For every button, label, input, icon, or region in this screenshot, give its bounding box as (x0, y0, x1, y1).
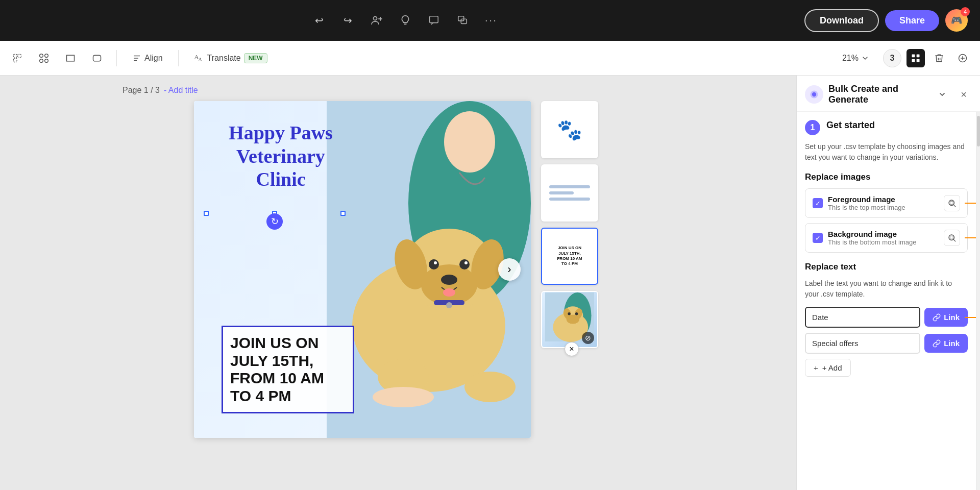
comment-button[interactable] (424, 10, 444, 31)
svg-point-29 (444, 111, 495, 173)
handle-mr[interactable] (340, 211, 346, 216)
thumb-line-1 (549, 185, 590, 188)
special-offers-input[interactable] (805, 333, 920, 354)
foreground-search-button[interactable] (944, 195, 960, 211)
panel-close-button[interactable]: × (955, 86, 972, 103)
svg-rect-23 (917, 59, 920, 62)
svg-rect-20 (912, 54, 915, 57)
panel-header: Bulk Create and Generate × (797, 76, 980, 112)
add-icon (958, 53, 968, 63)
date-row: Link (805, 307, 968, 328)
page-num-label: 3 (890, 54, 895, 63)
elements-button[interactable] (35, 49, 53, 67)
svg-point-42 (464, 372, 516, 402)
svg-point-12 (45, 59, 48, 62)
thumb-line-3 (549, 198, 590, 201)
zoom-control[interactable]: 21% (836, 51, 875, 66)
redo-button[interactable]: ↪ (338, 10, 358, 31)
panel-scroll[interactable]: 1 Get started Set up your .csv template … (797, 112, 976, 490)
zoom-value: 21% (842, 54, 859, 63)
svg-rect-13 (67, 55, 75, 61)
panel-collapse-button[interactable] (934, 86, 950, 103)
add-text-button[interactable]: + + Add (805, 359, 851, 377)
search-image-icon (947, 199, 957, 208)
divider-1 (116, 50, 117, 66)
event-box: JOIN US ON JULY 15TH, FROM 10 AM TO 4 PM (222, 326, 354, 413)
undo-button[interactable]: ↩ (309, 10, 330, 31)
svg-point-36 (429, 259, 439, 270)
background-checkbox[interactable]: ✓ (813, 233, 823, 243)
thumbnail-2[interactable] (541, 164, 598, 222)
rect-tool-button[interactable] (61, 49, 80, 67)
topbar-center-icons: ↩ ↪ (309, 10, 501, 31)
delete-button[interactable] (930, 49, 948, 67)
add-title-text[interactable]: - Add title (164, 86, 198, 95)
add-page-button[interactable] (953, 49, 972, 67)
replace-text-desc: Label the text you want to change and li… (805, 278, 968, 300)
clinic-line3: Clinic (209, 168, 352, 191)
svg-point-53 (568, 312, 570, 315)
roundrect-tool-button[interactable] (88, 49, 106, 67)
next-page-button[interactable]: › (498, 258, 521, 281)
foreground-title: Foreground image (828, 195, 939, 204)
svg-rect-62 (950, 236, 953, 239)
avatar[interactable]: 🎮 4 (945, 9, 968, 32)
thumb-mini-content: JOIN US ONJULY 15TH,FROM 10 AMTO 4 PM (555, 243, 584, 269)
page-num-text: Page 1 / 3 (122, 86, 160, 95)
event-text: JOIN US ON JULY 15TH, FROM 10 AM TO 4 PM (230, 334, 346, 405)
main-area: Page 1 / 3 - Add title (0, 76, 980, 490)
lightbulb-icon (400, 15, 411, 26)
download-button[interactable]: Download (804, 9, 879, 32)
more-options-button[interactable]: ··· (481, 10, 501, 31)
step-header: 1 Get started (805, 120, 968, 135)
undo-icon: ↩ (315, 14, 324, 27)
date-link-button[interactable]: Link (924, 308, 968, 327)
svg-point-38 (434, 261, 437, 264)
svg-text:A: A (198, 56, 202, 62)
svg-line-61 (953, 239, 955, 241)
date-input[interactable] (805, 307, 920, 328)
translate-label: Translate (207, 54, 241, 63)
rotate-handle[interactable]: ↻ (266, 213, 283, 230)
idea-button[interactable] (395, 10, 415, 31)
foreground-row-wrapper: ✓ Foreground image This is the top most … (805, 188, 968, 218)
rectangle-icon (65, 53, 76, 63)
share-button[interactable]: Share (885, 10, 939, 31)
align-button[interactable]: Align (127, 51, 168, 66)
svg-rect-7 (18, 54, 21, 58)
add-collaborator-button[interactable] (366, 10, 387, 31)
chat-button[interactable] (452, 10, 473, 31)
paw-icon: 🐾 (557, 118, 582, 142)
redo-icon: ↪ (344, 14, 352, 27)
handle-ml[interactable] (204, 211, 209, 216)
select-tool-button[interactable] (8, 49, 27, 67)
step-title-block: Get started (826, 120, 875, 131)
panel-scrollbar[interactable] (976, 112, 980, 490)
thumbnail-4[interactable]: ⊘ (541, 291, 598, 348)
add-person-icon (371, 14, 383, 27)
comment-icon (428, 15, 439, 26)
grid-view-button[interactable] (906, 49, 925, 67)
canvas-wrapper: Happy Paws Veterinary Clinic (194, 101, 602, 438)
thumbnail-1[interactable]: 🐾 (541, 101, 598, 158)
link-icon (933, 313, 941, 322)
background-sub: This is the bottom most image (828, 238, 939, 246)
scrollbar-thumb (977, 116, 980, 146)
thumbnail-4-wrapper: ⊘ × (541, 291, 602, 348)
translate-button[interactable]: A A Translate NEW (189, 50, 273, 66)
close-thumbnail-button[interactable]: × (565, 342, 579, 356)
search-bg-icon (947, 233, 957, 242)
align-icon (132, 54, 141, 63)
bulk-icon (809, 89, 819, 100)
svg-point-43 (373, 387, 434, 407)
svg-point-11 (40, 59, 43, 62)
step-title: Get started (826, 120, 875, 131)
foreground-checkbox[interactable]: ✓ (813, 198, 823, 208)
special-offers-link-button[interactable]: Link (924, 334, 968, 353)
thumbnail-3[interactable]: JOIN US ONJULY 15TH,FROM 10 AMTO 4 PM (541, 228, 598, 285)
background-search-button[interactable] (944, 230, 960, 246)
foreground-image-row: ✓ Foreground image This is the top most … (805, 188, 968, 218)
foreground-text: Foreground image This is the top most im… (828, 195, 939, 211)
page-indicator[interactable]: 3 (883, 49, 901, 67)
svg-rect-21 (917, 54, 920, 57)
